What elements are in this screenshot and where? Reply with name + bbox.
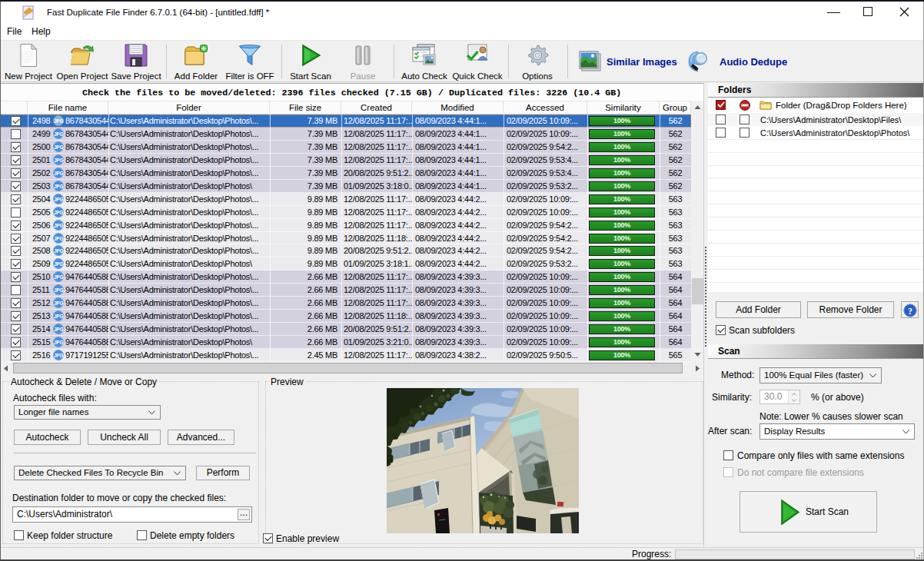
svg-text:?: ? [908,305,912,316]
